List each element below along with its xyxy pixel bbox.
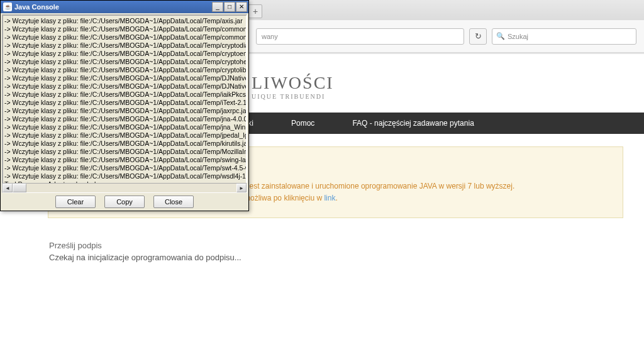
close-button[interactable]: Close	[153, 196, 194, 208]
java-console-body: -> Wczytuje klasy z pliku: file:/C:/User…	[2, 14, 247, 192]
window-min-button[interactable]: _	[212, 2, 223, 12]
site-title: LIWOŚCI	[252, 73, 644, 93]
java-console-title: Java Console	[14, 3, 59, 11]
scroll-left-button[interactable]: ◄	[3, 184, 13, 192]
notice-link[interactable]: link	[324, 194, 335, 202]
search-input[interactable]: 🔍 Szukaj	[492, 28, 636, 45]
clear-button[interactable]: Clear	[55, 196, 96, 208]
hscrollbar[interactable]: ◄ ►	[2, 183, 247, 193]
url-text: wany	[262, 33, 278, 40]
java-console-titlebar[interactable]: ☕ Java Console _ □ ✕	[1, 1, 248, 13]
scroll-track[interactable]	[13, 184, 236, 192]
scroll-right-button[interactable]: ►	[236, 184, 247, 192]
nav-item-1[interactable]: Pomoc	[272, 113, 333, 134]
window-max-button[interactable]: □	[224, 2, 235, 12]
site-subtitle: UIQUE TRIBUENDI	[252, 93, 644, 100]
submit-title: Prześlij podpis	[49, 241, 606, 250]
java-console-window: ☕ Java Console _ □ ✕ -> Wczytuje klasy z…	[0, 0, 249, 211]
search-placeholder: Szukaj	[508, 33, 528, 40]
reload-button[interactable]: ↻	[469, 28, 487, 45]
java-console-log[interactable]: -> Wczytuje klasy z pliku: file:/C:/User…	[3, 16, 246, 190]
url-bar[interactable]: wany	[256, 28, 464, 45]
reload-icon: ↻	[475, 31, 482, 41]
java-icon: ☕	[3, 3, 12, 11]
new-tab-button[interactable]: +	[248, 4, 262, 18]
scroll-thumb[interactable]	[13, 184, 26, 192]
nav-item-2[interactable]: FAQ - najczęściej zadawane pytania	[333, 113, 492, 134]
copy-button[interactable]: Copy	[104, 196, 145, 208]
window-close-button[interactable]: ✕	[236, 2, 247, 12]
search-icon: 🔍	[496, 32, 505, 40]
submit-status: Czekaj na inicjalizacje oprogramowania d…	[49, 253, 606, 262]
notice-line2-post: .	[335, 194, 337, 202]
